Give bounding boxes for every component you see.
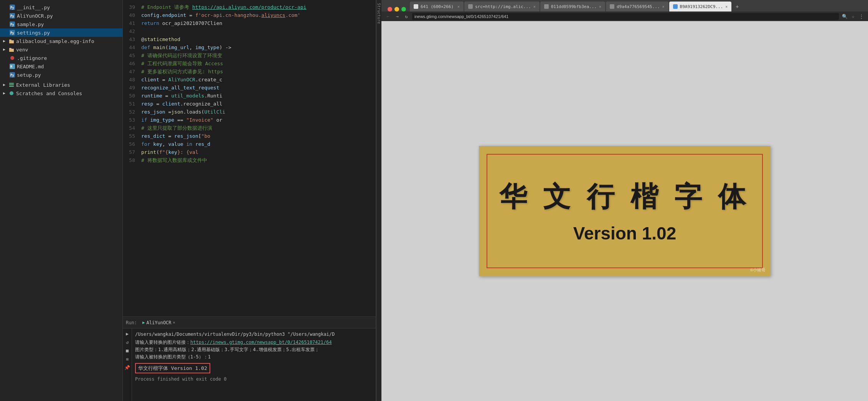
py-file-icon: Py	[9, 72, 15, 78]
tab-title-1: 641 (600×266)	[421, 4, 455, 9]
chinese-font-text: 华 文 行 楷 字 体	[499, 178, 750, 215]
code-editor[interactable]: 39 40 41 42 43 44 45 46 47 48 49 50 51 5…	[123, 0, 376, 317]
tree-item-label: sample.py	[17, 21, 44, 27]
tab-close-2[interactable]: ×	[533, 5, 536, 9]
url-input[interactable]	[412, 13, 839, 20]
svg-text:Py: Py	[10, 74, 14, 77]
run-tab-bar: Run: ▶ AliYunOCR ×	[123, 317, 376, 328]
tree-item-label: __init__.py	[17, 5, 50, 10]
back-button[interactable]: ←	[384, 13, 391, 20]
svg-text:Py: Py	[10, 15, 14, 18]
run-pin-button[interactable]: 📌	[124, 365, 130, 371]
library-icon	[8, 82, 15, 88]
collapse-arrow-icon: ▶	[3, 39, 8, 43]
tab-title-2: src=http://img.alic...	[475, 4, 531, 9]
tree-item-label: setup.py	[17, 72, 41, 78]
run-panel: Run: ▶ AliYunOCR × ▶ ↺ ■ ≡ 📌 /Users/wang…	[123, 317, 376, 401]
svg-rect-14	[9, 84, 14, 85]
run-rerun-button[interactable]: ↺	[124, 339, 130, 345]
code-text[interactable]: # Endpoint 请参考 https://api.aliyun.com/pr…	[138, 0, 376, 317]
browser-tab-5[interactable]: B9A91913262DC9... ×	[669, 2, 732, 12]
browser-more-button[interactable]: ⋮	[858, 13, 865, 20]
browser-tab-3[interactable]: 011dd0599bfb3ea... ×	[540, 2, 605, 12]
py-file-icon: Py	[9, 4, 15, 10]
folder-icon	[8, 46, 15, 53]
run-tab-aliyunocr[interactable]: ▶ AliYunOCR ×	[139, 317, 178, 328]
ocr-image: 华 文 行 楷 字 体 Version 1.02 ©小猪哥	[479, 146, 771, 276]
run-tab-label: AliYunOCR	[147, 320, 172, 325]
tab-close-4[interactable]: ×	[662, 5, 665, 9]
tree-item-sample[interactable]: Py sample.py	[0, 20, 122, 28]
svg-text:Py: Py	[10, 6, 14, 10]
run-result-text: 华文行楷字体 Version 1.02	[135, 363, 210, 373]
browser-action-buttons: 🔍 ☆ ⋮	[841, 13, 865, 20]
tab-title-5: B9A91913262DC9...	[680, 4, 723, 9]
tab-close-3[interactable]: ×	[599, 5, 601, 9]
md-file-icon: M	[9, 63, 15, 69]
search-input-icon: 🔍	[841, 13, 848, 20]
tree-item-label: Scratches and Consoles	[16, 91, 82, 96]
tree-item-venv[interactable]: ▶ venv	[0, 45, 122, 54]
minimize-window-button[interactable]	[394, 7, 399, 12]
close-window-button[interactable]	[388, 7, 392, 12]
tree-item-gitignore[interactable]: .gitignore	[0, 54, 122, 62]
traffic-lights	[384, 7, 409, 12]
svg-rect-15	[9, 86, 14, 87]
code-editor-panel: 39 40 41 42 43 44 45 46 47 48 49 50 51 5…	[123, 0, 376, 401]
run-scroll-button[interactable]: ≡	[124, 356, 130, 362]
run-content: /Users/wangkai/Documents/virtualenvDir/p…	[132, 328, 376, 401]
browser-tab-2[interactable]: src=http://img.alic... ×	[464, 2, 540, 12]
file-tree: Py __init__.py Py AliYunOCR.py Py sample…	[0, 0, 122, 401]
collapse-arrow-icon: ▶	[3, 83, 8, 87]
address-bar: ← → ↻ 🔍 ☆ ⋮	[381, 12, 868, 21]
tree-item-init[interactable]: Py __init__.py	[0, 3, 122, 12]
tab-favicon-2	[468, 4, 473, 9]
tree-item-setup[interactable]: Py setup.py	[0, 71, 122, 79]
forward-button[interactable]: →	[394, 13, 401, 20]
run-type-prompt: 请输入被转换的图片类型（1-5）：1	[135, 353, 373, 361]
py-file-icon: Py	[9, 21, 15, 27]
svg-text:Py: Py	[10, 23, 14, 26]
bookmark-button[interactable]: ☆	[850, 13, 856, 20]
tab-favicon-1	[414, 4, 418, 9]
ocr-inner-border: 华 文 行 楷 字 体 Version 1.02	[487, 154, 763, 268]
run-label: Run:	[126, 320, 137, 325]
close-run-tab-button[interactable]: ×	[173, 320, 175, 325]
tree-item-readme[interactable]: M README.md	[0, 62, 122, 71]
py-file-icon: Py	[9, 30, 15, 36]
tree-item-settings[interactable]: Py settings.py	[0, 28, 122, 37]
run-stop-button[interactable]: ■	[124, 348, 130, 354]
new-tab-button[interactable]: +	[732, 2, 742, 12]
reload-button[interactable]: ↻	[403, 13, 410, 20]
tree-item-aliyunocr[interactable]: Py AliYunOCR.py	[0, 12, 122, 20]
run-prompt-text: 请输入要转换的图片链接：	[135, 340, 190, 345]
browser-tab-bar: 641 (600×266) × src=http://img.alic... ×…	[381, 0, 868, 12]
tab-title-4: d9a4a776569545...	[617, 4, 660, 9]
py-file-icon: Py	[9, 13, 15, 19]
line-numbers: 39 40 41 42 43 44 45 46 47 48 49 50 51 5…	[123, 0, 138, 317]
svg-text:Py: Py	[10, 31, 14, 35]
run-result-highlighted: 华文行楷字体 Version 1.02	[135, 362, 373, 374]
tree-item-scratches[interactable]: ▶ Scratches and Consoles	[0, 89, 122, 97]
run-controls: ▶ ↺ ■ ≡ 📌	[123, 328, 132, 401]
run-imgtype-line: 图片类型：1.通用高精版；2.通用基础版；3.手写文字；4.增值税发票；5.出租…	[135, 346, 373, 353]
run-play-button[interactable]: ▶	[124, 331, 130, 337]
browser-tab-1[interactable]: 641 (600×266) ×	[410, 2, 464, 12]
tree-item-label: alibacloud_sample.egg-info	[16, 38, 94, 44]
maximize-window-button[interactable]	[401, 7, 406, 12]
tab-title-3: 011dd0599bfb3ea...	[551, 4, 597, 9]
tree-item-egginfo[interactable]: ▶ alibacloud_sample.egg-info	[0, 37, 122, 45]
watermark: ©小猪哥	[750, 267, 766, 273]
run-exit-line: Process finished with exit code 0	[135, 376, 373, 383]
tab-close-5[interactable]: ×	[725, 5, 728, 9]
browser-chrome: 641 (600×266) × src=http://img.alic... ×…	[381, 0, 868, 21]
structure-label[interactable]: Structure	[377, 2, 381, 25]
tree-item-label: README.md	[17, 64, 44, 69]
svg-point-8	[10, 56, 14, 60]
browser-viewport: 华 文 行 楷 字 体 Version 1.02 ©小猪哥	[381, 21, 868, 401]
browser-tab-4[interactable]: d9a4a776569545... ×	[606, 2, 668, 12]
run-link[interactable]: https://inews.gtimg.com/newsapp_bt/0/142…	[190, 340, 332, 345]
tree-item-label: settings.py	[17, 30, 50, 36]
tree-item-external-libs[interactable]: ▶ External Libraries	[0, 81, 122, 89]
tab-close-1[interactable]: ×	[457, 5, 460, 9]
